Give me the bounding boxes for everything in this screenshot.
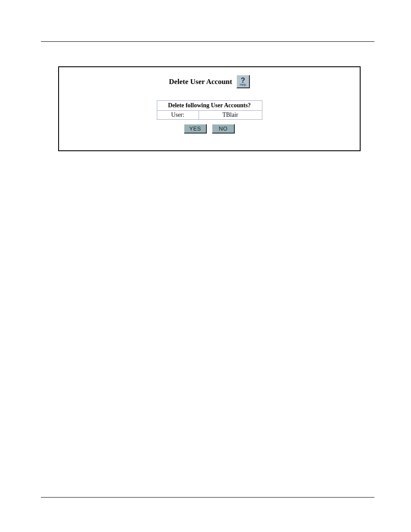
user-value-cell: TBlair xyxy=(199,111,262,120)
dialog-frame: Delete User Account ? Help Delete follow… xyxy=(58,66,361,151)
confirm-header: Delete following User Accounts? xyxy=(157,101,262,111)
dialog-content: Delete User Account ? Help Delete follow… xyxy=(59,67,360,150)
dialog-title: Delete User Account xyxy=(169,78,232,86)
page: Delete User Account ? Help Delete follow… xyxy=(0,0,411,532)
user-label-cell: User: xyxy=(157,111,199,120)
table-header-row: Delete following User Accounts? xyxy=(157,101,262,111)
no-button[interactable]: NO xyxy=(212,124,235,134)
yes-button[interactable]: YES xyxy=(184,124,207,134)
confirm-table: Delete following User Accounts? User: TB… xyxy=(157,100,262,120)
top-divider xyxy=(41,41,374,42)
title-row: Delete User Account ? Help xyxy=(169,75,250,88)
bottom-divider xyxy=(41,497,374,498)
table-row: User: TBlair xyxy=(157,111,262,120)
help-label: Help xyxy=(240,83,246,86)
help-button[interactable]: ? Help xyxy=(237,75,250,88)
button-row: YES NO xyxy=(184,124,235,134)
